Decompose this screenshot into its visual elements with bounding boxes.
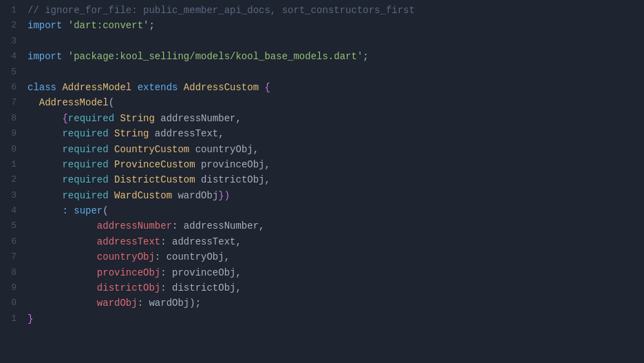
field-18: provinceObj [97,265,160,280]
parent-class: AddressCustom [184,80,265,95]
line-num-3: 3 [6,34,17,49]
param-10: countryObj, [195,142,259,157]
line-num-8: 8 [6,111,17,126]
value-15: addressNumber, [184,218,265,234]
dart-convert-string: 'dart:convert' [68,18,149,33]
extends-keyword: extends [138,80,184,95]
super-paren: ( [103,203,108,218]
code-line-19: districtObj: districtObj, [28,280,644,295]
code-line-8: {required String addressNumber, [28,111,644,126]
line-num-5: 5 [6,65,17,80]
indent-20 [28,295,97,311]
code-line-16: addressText: addressText, [28,234,644,249]
line-num-7: 7 [6,95,17,110]
line-num-21: 1 [6,311,17,326]
line-num-1: 1 [6,3,17,18]
param-13: wardObj [178,188,218,203]
colon-15: : [172,218,184,234]
class-name: AddressModel [62,80,137,95]
indent-12 [28,172,62,187]
colon-16: : [160,234,172,249]
line-num-4: 4 [6,49,17,64]
code-line-20: wardObj: wardObj); [28,295,644,311]
indent-18 [28,265,97,280]
line-num-12: 2 [6,172,17,187]
code-line-10: required CountryCustom countryObj, [28,142,644,157]
required-12: required [62,172,114,187]
field-20: wardObj [97,295,138,311]
line-num-11: 1 [6,157,17,172]
required-13: required [62,188,114,203]
colon-20: : [138,295,149,311]
value-17: countryObj, [167,249,230,265]
code-line-17: 💡 countryObj: countryObj, [28,249,644,265]
comment-text: // ignore_for_file: public_member_api_do… [28,3,282,18]
indent-10 [28,142,62,157]
indent-13 [28,188,62,203]
code-line-13: required WardCustom wardObj}) [28,188,644,203]
code-line-5 [28,65,644,80]
code-line-11: required ProvinceCustom provinceObj, [28,157,644,172]
code-editor: 1 2 3 4 5 6 7 8 9 0 1 2 3 4 5 6 7 8 9 0 … [0,0,644,363]
code-line-15: addressNumber: addressNumber, [28,218,644,234]
indent-19 [28,280,97,295]
line-num-16: 6 [6,234,17,249]
line-num-17: 7 [6,249,17,265]
indent-8 [28,111,62,126]
brace-8: { [62,111,67,126]
value-20: wardObj); [149,295,201,311]
param-11: provinceObj, [201,157,270,172]
type-9: String [114,126,155,141]
code-line-14: : super( [28,203,644,218]
open-brace: { [264,80,270,95]
required-10: required [62,142,114,157]
type-12: DistrictCustom [114,172,201,187]
indent-15 [28,218,97,234]
indent-9 [28,126,62,141]
code-line-1: // ignore_for_file: public_member_api_do… [28,3,644,18]
indent-16 [28,234,97,249]
param-8: addressNumber, [160,111,242,126]
constructor-name: AddressModel [39,95,109,110]
line-num-19: 9 [6,280,17,295]
type-10: CountryCustom [114,142,195,157]
indent-17 [28,249,97,265]
close-brace-13: }) [218,188,230,203]
line-num-14: 4 [6,203,17,218]
code-line-12: required DistrictCustom districtObj, [28,172,644,187]
line-num-18: 8 [6,265,17,280]
type-11: ProvinceCustom [114,157,201,172]
code-line-4: import 'package:kool_selling/models/kool… [28,49,644,64]
line-num-9: 9 [6,126,17,141]
code-line-18: provinceObj: provinceObj, [28,265,644,280]
line-num-15: 5 [6,218,17,234]
required-8: required [68,111,120,126]
sort-constructors-text: sort_constructors_first [282,3,415,18]
import-keyword: import [28,18,68,33]
type-8: String [120,111,160,126]
field-16: addressText [97,234,160,249]
line-num-20: 0 [6,295,17,311]
field-15: addressNumber [97,218,172,234]
line-num-6: 6 [6,80,17,95]
param-12: districtObj, [201,172,270,187]
super-keyword: super [74,203,103,218]
required-9: required [62,126,114,141]
code-line-9: required String addressText, [28,126,644,141]
class-keyword: class [28,80,62,95]
indent-11 [28,157,62,172]
param-9: addressText, [155,126,224,141]
code-line-6: class AddressModel extends AddressCustom… [28,80,644,95]
colon-19: : [160,280,172,295]
constructor-paren: ( [109,95,114,110]
value-19: districtObj, [172,280,242,295]
field-17: countryObj [97,249,155,265]
code-line-2: import 'dart:convert'; [28,18,644,33]
value-16: addressText, [172,234,242,249]
line-num-2: 2 [6,18,17,33]
code-line-21: } [28,311,644,326]
line-num-13: 3 [6,188,17,203]
indent-7 [28,95,39,110]
import-keyword-2: import [28,49,68,64]
semicolon-2: ; [363,49,368,64]
